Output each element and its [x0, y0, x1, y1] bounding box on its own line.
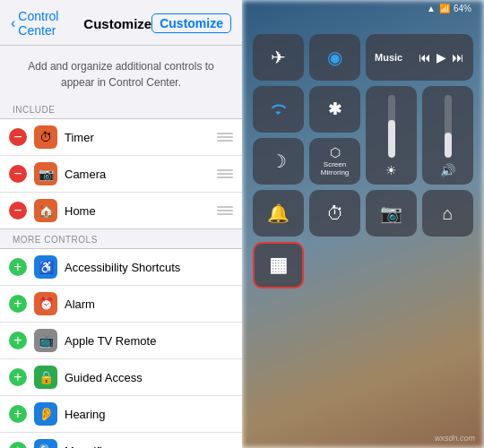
- list-item: + ♿ Accessibility Shortcuts: [0, 249, 242, 286]
- add-guided-button[interactable]: +: [9, 368, 27, 386]
- list-item: + 🔍 Magnifier: [0, 433, 242, 448]
- airplane-icon: ✈: [271, 47, 286, 68]
- hearing-icon: 👂: [34, 402, 57, 426]
- alarm-label: Alarm: [65, 297, 233, 311]
- wifi2-tile[interactable]: [253, 86, 304, 133]
- battery-text: 64%: [454, 4, 471, 13]
- home-icon: 🏠: [34, 199, 57, 222]
- home-tile[interactable]: ⌂: [422, 190, 473, 237]
- nav-bar: ‹ Control Center Customize Customize: [0, 0, 242, 46]
- brightness-slider[interactable]: [388, 95, 395, 158]
- add-alarm-button[interactable]: +: [9, 295, 27, 313]
- screen-mirror-label: ScreenMirroring: [321, 161, 350, 177]
- magnifier-label: Magnifier: [65, 444, 233, 449]
- remove-camera-button[interactable]: −: [9, 165, 27, 183]
- remove-timer-button[interactable]: −: [9, 128, 27, 146]
- volume-icon: 🔊: [440, 163, 455, 177]
- appletv-icon: 📺: [34, 329, 57, 352]
- add-accessibility-button[interactable]: +: [9, 258, 27, 276]
- appletv-label: Apple TV Remote: [65, 334, 233, 348]
- volume-slider[interactable]: [445, 95, 452, 158]
- home-icon: ⌂: [442, 203, 453, 224]
- camera-tile[interactable]: 📷: [366, 190, 417, 237]
- bluetooth-tile[interactable]: ✱: [309, 86, 360, 133]
- control-center: ✈ ◉ Music ⏮ ▶ ⏭ ✱: [253, 18, 473, 430]
- drag-handle[interactable]: [212, 133, 233, 142]
- qr-code-icon: ▦: [269, 254, 288, 277]
- signal-icon: ▲: [427, 4, 436, 13]
- guided-access-label: Guided Access: [65, 371, 233, 384]
- back-label: Control Center: [18, 9, 83, 38]
- volume-tile[interactable]: 🔊: [422, 86, 473, 185]
- add-magnifier-button[interactable]: +: [9, 442, 27, 448]
- wifi-icon: ◉: [327, 47, 342, 68]
- add-appletv-button[interactable]: +: [9, 332, 27, 349]
- magnifier-icon: 🔍: [34, 439, 57, 448]
- list-item: − ⏱ Timer: [0, 119, 242, 156]
- home-label: Home: [65, 204, 212, 218]
- customize-button[interactable]: Customize: [151, 13, 231, 33]
- list-item: − 🏠 Home: [0, 193, 242, 228]
- next-icon[interactable]: ⏭: [452, 50, 464, 65]
- include-list: − ⏱ Timer − 📷 Camera − 🏠 Home: [0, 118, 242, 229]
- list-item: + 👂 Hearing: [0, 396, 242, 433]
- more-controls-label: MORE CONTROLS: [0, 229, 242, 248]
- include-section: INCLUDE − ⏱ Timer − 📷 Camera − 🏠 Home: [0, 99, 242, 229]
- hearing-label: Hearing: [65, 408, 233, 421]
- wifi-icon: 📶: [439, 4, 450, 13]
- nav-title: Customize: [83, 16, 151, 31]
- accessibility-icon: ♿: [34, 255, 57, 279]
- alarm-icon: ⏰: [34, 292, 57, 315]
- timer-icon: ⏱: [326, 203, 344, 224]
- camera-icon: 📷: [34, 162, 57, 185]
- accessibility-label: Accessibility Shortcuts: [65, 261, 233, 274]
- watermark: wxsdn.com: [435, 434, 475, 443]
- cc-grid: ✈ ◉ Music ⏮ ▶ ⏭ ✱: [253, 34, 473, 289]
- list-item: − 📷 Camera: [0, 156, 242, 193]
- screen-mirror-icon: ⬡: [330, 145, 341, 159]
- wifi-tile[interactable]: ◉: [309, 34, 360, 81]
- include-section-label: INCLUDE: [0, 99, 242, 118]
- qr-tile[interactable]: ▦: [253, 242, 304, 289]
- list-item: + ⏰ Alarm: [0, 286, 242, 323]
- camera-icon: 📷: [380, 202, 402, 224]
- list-item: + 🔒 Guided Access: [0, 359, 242, 396]
- remove-home-button[interactable]: −: [9, 202, 27, 220]
- description-text: Add and organize additional controls to …: [0, 46, 242, 99]
- airplane-tile[interactable]: ✈: [253, 34, 304, 81]
- prev-icon[interactable]: ⏮: [419, 50, 431, 65]
- list-item: + 📺 Apple TV Remote: [0, 323, 242, 359]
- moon-tile[interactable]: ☽: [253, 138, 304, 185]
- moon-icon: ☽: [271, 151, 287, 172]
- wifi2-icon: [271, 101, 287, 117]
- bell-icon: 🔔: [267, 202, 290, 224]
- add-hearing-button[interactable]: +: [9, 405, 27, 423]
- timer-label: Timer: [65, 131, 212, 144]
- right-panel: ▲ 📶 64% ✈ ◉ Music ⏮ ▶ ⏭: [242, 0, 484, 448]
- screen-mirror-tile[interactable]: ⬡ ScreenMirroring: [309, 138, 360, 185]
- drag-handle[interactable]: [212, 206, 233, 215]
- drag-handle[interactable]: [212, 169, 233, 178]
- play-icon[interactable]: ▶: [436, 50, 446, 65]
- more-controls-section: MORE CONTROLS + ♿ Accessibility Shortcut…: [0, 229, 242, 448]
- camera-label: Camera: [65, 168, 212, 181]
- music-controls: ⏮ ▶ ⏭: [419, 50, 464, 65]
- left-panel: ‹ Control Center Customize Customize Add…: [0, 0, 242, 448]
- status-bar: ▲ 📶 64%: [427, 4, 471, 13]
- timer-tile[interactable]: ⏱: [309, 190, 360, 237]
- music-tile[interactable]: Music ⏮ ▶ ⏭: [366, 34, 473, 81]
- more-controls-list: + ♿ Accessibility Shortcuts + ⏰ Alarm + …: [0, 248, 242, 448]
- bell-tile[interactable]: 🔔: [253, 190, 304, 237]
- brightness-tile[interactable]: ☀: [366, 86, 417, 185]
- back-button[interactable]: ‹ Control Center: [11, 9, 83, 38]
- brightness-icon: ☀: [385, 163, 397, 177]
- bluetooth-icon: ✱: [328, 99, 341, 119]
- guided-access-icon: 🔒: [34, 366, 57, 389]
- timer-icon: ⏱: [34, 125, 57, 149]
- music-label: Music: [375, 52, 402, 63]
- back-arrow-icon: ‹: [11, 15, 15, 31]
